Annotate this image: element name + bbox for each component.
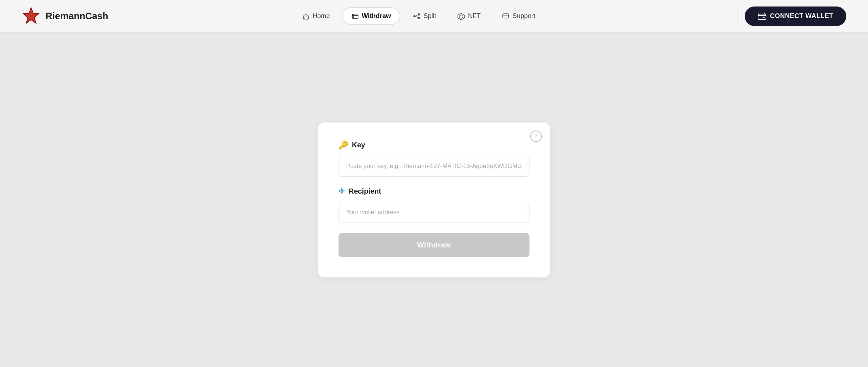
- recipient-input[interactable]: [339, 202, 529, 223]
- nav-item-home[interactable]: Home: [294, 8, 339, 24]
- nav-withdraw-label: Withdraw: [362, 12, 391, 20]
- nav-support-label: Support: [512, 12, 535, 20]
- recipient-label-text: Recipient: [349, 187, 381, 195]
- svg-rect-11: [503, 14, 509, 18]
- nav-item-split[interactable]: Split: [404, 8, 445, 24]
- logo-icon: [22, 7, 41, 26]
- withdraw-card: ? 🔑 Key ✈ Recipient Withdraw: [318, 122, 550, 277]
- svg-marker-10: [459, 15, 463, 18]
- nav-item-support[interactable]: Support: [493, 8, 544, 24]
- svg-rect-1: [352, 14, 358, 18]
- svg-rect-13: [758, 14, 766, 20]
- nav-center: Home Withdraw Split: [294, 7, 544, 25]
- svg-point-14: [763, 17, 765, 18]
- key-label-text: Key: [352, 141, 365, 149]
- wallet-icon: [758, 12, 766, 20]
- svg-point-5: [418, 13, 420, 16]
- nav-item-withdraw[interactable]: Withdraw: [342, 7, 400, 25]
- key-icon: 🔑: [339, 141, 348, 150]
- nav-right: CONNECT WALLET: [729, 7, 846, 26]
- nav-home-label: Home: [312, 12, 330, 20]
- svg-point-6: [418, 17, 420, 19]
- svg-marker-9: [458, 13, 464, 20]
- recipient-section-label: ✈ Recipient: [339, 187, 529, 196]
- withdraw-icon: [352, 13, 359, 20]
- navbar: RiemannCash Home Withdraw: [0, 0, 868, 33]
- key-input[interactable]: [339, 156, 529, 177]
- svg-point-4: [413, 15, 416, 17]
- svg-marker-0: [23, 8, 39, 23]
- home-icon: [302, 13, 310, 20]
- help-icon[interactable]: ?: [530, 130, 542, 142]
- nav-nft-label: NFT: [468, 12, 481, 20]
- split-icon: [413, 13, 421, 20]
- nav-item-nft[interactable]: NFT: [448, 8, 489, 24]
- nav-split-label: Split: [424, 12, 436, 20]
- help-icon-label: ?: [535, 133, 538, 139]
- svg-line-7: [416, 15, 418, 16]
- nft-icon: [457, 13, 465, 20]
- key-section-label: 🔑 Key: [339, 141, 529, 150]
- withdraw-button[interactable]: Withdraw: [339, 233, 529, 257]
- recipient-icon: ✈: [339, 187, 345, 196]
- withdraw-button-label: Withdraw: [417, 241, 451, 249]
- svg-line-8: [416, 16, 418, 18]
- main-content: ? 🔑 Key ✈ Recipient Withdraw: [0, 33, 868, 367]
- nav-divider: [737, 7, 737, 25]
- brand-name: RiemannCash: [46, 10, 108, 22]
- support-icon: [502, 13, 510, 20]
- connect-wallet-label: CONNECT WALLET: [770, 12, 833, 20]
- connect-wallet-button[interactable]: CONNECT WALLET: [745, 7, 846, 26]
- logo-area: RiemannCash: [22, 7, 108, 26]
